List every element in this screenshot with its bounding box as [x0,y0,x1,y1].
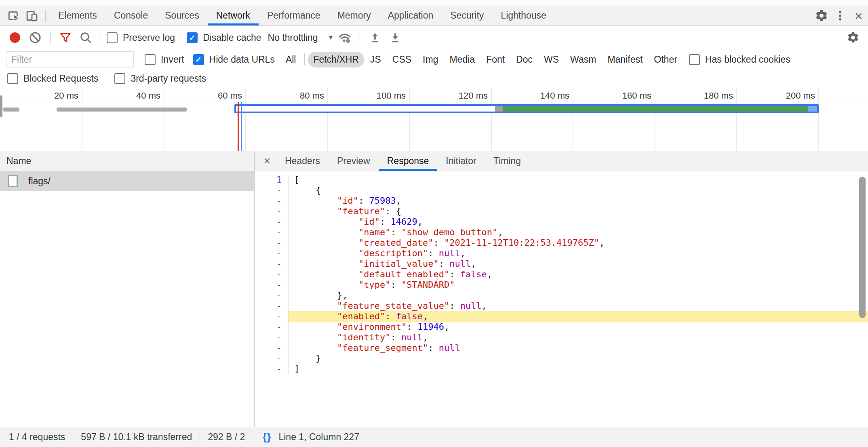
close-devtools-icon[interactable]: × [849,6,868,25]
request-bar-selected [234,104,819,113]
import-har-icon[interactable] [366,28,384,47]
code-line: - "feature_segment": null [255,343,868,353]
throttling-dropdown[interactable]: No throttling ▼ [268,32,334,43]
editor-status-bar: {} Line 1, Column 227 [255,427,359,447]
domcontentloaded-event-line [238,102,239,151]
tab-network[interactable]: Network [208,6,259,25]
filter-type-wasm[interactable]: Wasm [565,52,601,67]
divider [50,32,51,44]
code-text: "created_date": "2021-11-12T10:22:53.419… [289,238,868,248]
code-line: - "default_enabled": false, [255,269,868,280]
filter-type-doc[interactable]: Doc [511,52,538,67]
tab-memory[interactable]: Memory [329,6,379,25]
timeline-tick-label: 140 ms [489,90,569,101]
detail-tab-timing[interactable]: Timing [485,151,529,171]
filter-type-media[interactable]: Media [444,52,480,67]
code-text: "feature_state_value": null, [289,301,868,311]
requests-count-summary: 1 / 4 requests [9,432,65,443]
invert-checkbox[interactable]: ✓ [145,54,156,65]
code-line: - "created_date": "2021-11-12T10:22:53.4… [255,238,868,248]
tab-elements[interactable]: Elements [50,6,105,25]
network-overview-timeline[interactable]: 20 ms40 ms60 ms80 ms100 ms120 ms140 ms16… [0,88,868,152]
code-line: - "type": "STANDARD" [255,280,868,290]
response-code-viewer[interactable]: 1[- {- "id": 75983,- "feature": {- "id":… [255,171,868,427]
tab-sources[interactable]: Sources [156,6,207,25]
inspect-element-icon[interactable] [4,6,23,25]
requests-name-column-header[interactable]: Name [0,151,254,171]
network-summary-bar: 1 / 4 requests 597 B / 10.1 kB transferr… [0,427,255,447]
preserve-log-checkbox[interactable]: ✓ [107,32,118,43]
filter-type-all[interactable]: All [280,52,301,67]
network-conditions-icon[interactable] [335,28,354,47]
request-bar-segment [495,106,503,112]
overview-drag-handle[interactable] [0,95,2,117]
device-toolbar-icon[interactable] [23,6,41,25]
divider [808,10,808,22]
detail-tab-preview[interactable]: Preview [329,151,379,171]
check-icon: ✓ [195,56,202,63]
filter-type-ws[interactable]: WS [539,52,564,67]
disable-cache-group: ✓ Disable cache [187,32,261,43]
timeline-gridline [818,88,819,151]
code-text: } [289,353,868,364]
tab-console[interactable]: Console [105,6,156,25]
close-details-icon[interactable]: × [258,154,276,168]
more-options-icon[interactable] [831,6,849,25]
filter-input[interactable] [6,51,134,67]
timeline-tick-label: 40 ms [80,90,160,101]
filter-funnel-icon[interactable] [56,28,75,47]
line-gutter: - [255,364,289,374]
blocked-requests-label: Blocked Requests [23,73,98,84]
line-gutter: - [255,259,289,269]
line-gutter: - [255,290,289,301]
blocked-requests-checkbox[interactable]: ✓ [7,73,18,84]
search-icon[interactable] [76,28,95,47]
hide-data-urls-checkbox[interactable]: ✓ [193,54,204,65]
third-party-requests-checkbox[interactable]: ✓ [114,73,125,84]
filter-type-fetch-xhr[interactable]: Fetch/XHR [308,52,364,67]
code-line: - "initial_value": null, [255,259,868,269]
settings-gear-icon[interactable] [812,6,831,25]
code-text: "initial_value": null, [289,259,868,269]
request-row-flags[interactable]: flags/ [0,171,254,191]
tab-performance[interactable]: Performance [259,6,329,25]
line-gutter: - [255,332,289,343]
disable-cache-checkbox[interactable]: ✓ [187,32,198,43]
filter-type-font[interactable]: Font [481,52,510,67]
tab-lighthouse[interactable]: Lighthouse [492,6,555,25]
code-line: - "feature": { [255,206,868,217]
detail-tab-headers[interactable]: Headers [276,151,329,171]
timeline-tick-label: 120 ms [407,90,488,101]
code-line: - { [255,185,868,196]
filter-type-img[interactable]: Img [417,52,443,67]
filter-type-css[interactable]: CSS [387,52,417,67]
scrollbar-thumb[interactable] [859,177,866,318]
request-bar-other [57,108,187,112]
filter-type-js[interactable]: JS [365,52,386,67]
has-blocked-cookies-checkbox[interactable]: ✓ [689,54,700,65]
throttling-value: No throttling [268,32,318,43]
code-text: }, [289,290,868,301]
disable-cache-label: Disable cache [203,32,261,43]
third-party-requests-label: 3rd-party requests [131,73,206,84]
divider [73,432,73,443]
filter-type-manifest[interactable]: Manifest [602,52,648,67]
export-har-icon[interactable] [386,28,405,47]
detail-tab-initiator[interactable]: Initiator [437,151,485,171]
filter-type-other[interactable]: Other [649,52,683,67]
code-text: "type": "STANDARD" [289,280,868,290]
format-braces-icon[interactable]: {} [263,431,271,443]
line-gutter: - [255,301,289,311]
line-gutter: - [255,238,289,248]
detail-tab-response[interactable]: Response [379,151,438,171]
network-options-bar: ✓ Blocked Requests ✓ 3rd-party requests [0,70,868,88]
name-header-label: Name [6,156,31,167]
tab-application[interactable]: Application [379,6,442,25]
code-text: { [289,185,868,196]
network-settings-gear-icon[interactable] [844,28,862,47]
timeline-tick-label: 160 ms [571,90,651,101]
clear-network-log-icon[interactable] [26,28,44,47]
code-line: - "environment": 11946, [255,322,868,332]
tab-security[interactable]: Security [442,6,492,25]
record-network-log-icon[interactable] [6,28,24,47]
